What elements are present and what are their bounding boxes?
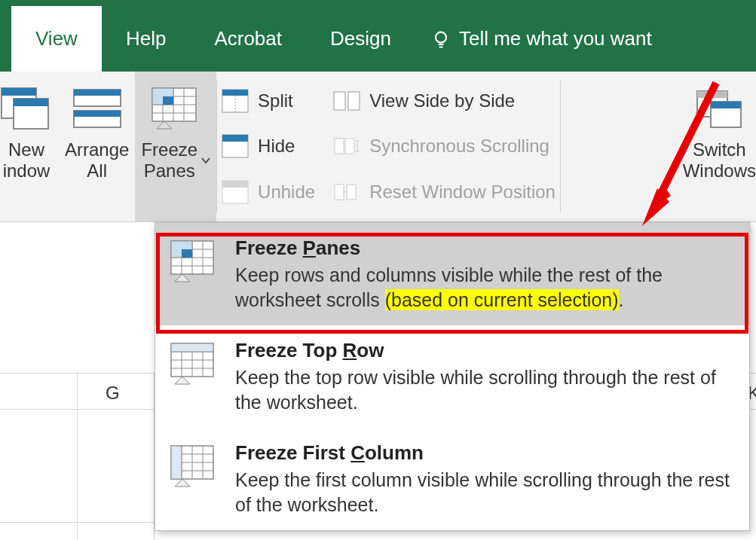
svg-rect-26 — [348, 92, 360, 110]
svg-rect-30 — [347, 185, 356, 200]
arrange-all-button[interactable]: ArrangeAll — [59, 72, 135, 221]
window-options-group-2: View Side by Side Synchronous Scrolling … — [320, 72, 560, 221]
hide-button[interactable]: Hide — [222, 134, 315, 158]
tab-view[interactable]: View — [11, 6, 102, 72]
freeze-panes-button[interactable]: FreezePanes — [135, 72, 216, 221]
svg-rect-2 — [2, 88, 36, 96]
tab-help[interactable]: Help — [102, 6, 190, 72]
hide-icon — [222, 134, 249, 158]
ribbon-tabbar: View Help Acrobat Design Tell me what yo… — [0, 0, 756, 72]
side-by-side-icon — [333, 89, 360, 113]
unhide-icon — [222, 180, 249, 204]
freeze-first-column-icon — [169, 444, 219, 490]
tab-acrobat[interactable]: Acrobat — [190, 6, 306, 72]
svg-rect-34 — [711, 102, 741, 108]
menu-item-title: Freeze First Column — [235, 441, 734, 465]
svg-rect-59 — [171, 446, 182, 479]
menu-item-title: Freeze Panes — [235, 236, 734, 260]
svg-rect-43 — [182, 249, 192, 258]
tab-design[interactable]: Design — [306, 6, 415, 72]
freeze-top-row-icon — [169, 342, 219, 387]
lightbulb-icon — [430, 29, 451, 50]
svg-rect-17 — [163, 96, 173, 105]
sync-scroll-icon — [333, 134, 360, 158]
tell-me-label: Tell me what you want — [459, 27, 652, 50]
svg-rect-51 — [171, 343, 213, 352]
split-icon — [222, 89, 249, 113]
svg-rect-6 — [74, 90, 121, 96]
menu-item-title: Freeze Top Row — [235, 339, 734, 362]
svg-rect-29 — [335, 185, 344, 200]
new-window-button[interactable]: Newindow — [0, 72, 59, 221]
freeze-panes-icon — [149, 87, 202, 130]
synchronous-scrolling-button: Synchronous Scrolling — [333, 134, 556, 158]
new-window-icon — [0, 87, 53, 130]
split-button[interactable]: Split — [222, 89, 315, 113]
menu-item-description: Keep rows and columns visible while the … — [235, 263, 734, 312]
svg-rect-25 — [334, 92, 345, 110]
svg-point-0 — [436, 32, 446, 42]
svg-rect-19 — [222, 90, 248, 96]
svg-rect-24 — [222, 181, 248, 188]
menu-item-freeze-panes[interactable]: Freeze Panes Keep rows and columns visib… — [155, 223, 749, 325]
window-options-group-1: Split Hide Unhide — [217, 72, 320, 221]
reset-window-position-button: Reset Window Position — [333, 180, 556, 204]
svg-rect-28 — [345, 139, 354, 154]
svg-rect-4 — [14, 99, 48, 106]
view-side-by-side-button[interactable]: View Side by Side — [333, 89, 556, 113]
menu-item-freeze-first-column[interactable]: Freeze First Column Keep the first colum… — [155, 428, 749, 530]
chevron-down-icon — [201, 157, 210, 164]
freeze-panes-dropdown: Freeze Panes Keep rows and columns visib… — [155, 222, 750, 531]
svg-rect-32 — [697, 91, 727, 98]
menu-item-freeze-top-row[interactable]: Freeze Top Row Keep the top row visible … — [155, 325, 749, 428]
ribbon: Newindow ArrangeAll FreezePanes Split — [0, 72, 756, 222]
unhide-button: Unhide — [222, 180, 315, 204]
svg-rect-22 — [222, 135, 248, 142]
svg-rect-8 — [74, 111, 121, 117]
menu-item-description: Keep the top row visible while scrolling… — [235, 365, 734, 414]
freeze-panes-menu-icon — [169, 239, 219, 285]
reset-position-icon — [333, 180, 360, 204]
switch-windows-button[interactable]: SwitchWindows — [677, 72, 756, 221]
column-header-g[interactable]: G — [106, 383, 120, 404]
menu-item-description: Keep the first column visible while scro… — [235, 468, 734, 517]
switch-windows-icon — [693, 87, 745, 130]
tell-me-search[interactable]: Tell me what you want — [415, 27, 660, 72]
svg-rect-27 — [335, 139, 344, 154]
arrange-all-icon — [71, 87, 124, 130]
